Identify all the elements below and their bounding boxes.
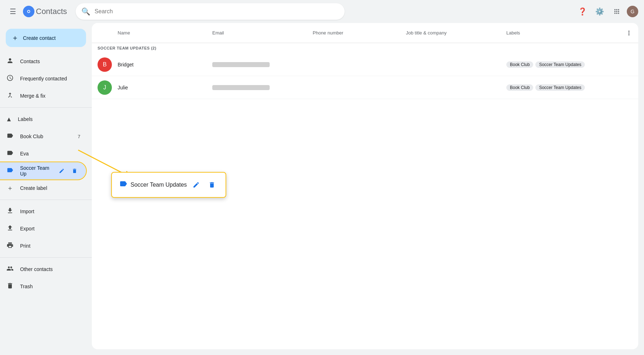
- divider-3: [0, 257, 92, 258]
- label-chip: Book Club: [506, 61, 533, 68]
- create-label-icon: ＋: [6, 184, 14, 192]
- app-name: Contacts: [36, 7, 67, 16]
- frequently-contacted-label: Frequently contacted: [20, 76, 80, 81]
- col-header-labels: Labels: [506, 30, 618, 36]
- topbar-left: ☰ Contacts: [6, 4, 67, 19]
- contact-name-bridget: Bridget: [118, 62, 212, 67]
- chevron-up-icon: ▲: [6, 116, 12, 123]
- import-icon: [6, 207, 14, 216]
- sidebar-item-other-contacts[interactable]: Other contacts: [0, 261, 86, 278]
- main-layout: ＋ Create contact Contacts Frequently con…: [0, 23, 644, 355]
- search-bar[interactable]: 🔍: [76, 3, 345, 20]
- create-label-text: Create label: [20, 185, 80, 191]
- sidebar-item-contacts[interactable]: Contacts: [0, 53, 86, 70]
- contact-email-julie: [212, 85, 313, 90]
- labels-header-label: Labels: [18, 116, 33, 122]
- sidebar-item-frequently-contacted[interactable]: Frequently contacted: [0, 70, 86, 87]
- blurred-email-bridget: [212, 62, 270, 67]
- trash-icon: [6, 282, 14, 291]
- contact-email-bridget: [212, 62, 313, 67]
- delete-label-icon[interactable]: [69, 165, 80, 177]
- plus-icon: ＋: [11, 33, 19, 43]
- contact-labels-bridget: Book Club Soccer Team Updates: [506, 61, 633, 68]
- label-popup: Soccer Team Updates: [111, 172, 226, 198]
- label-icon-eva: [6, 149, 14, 158]
- svg-point-0: [26, 9, 32, 15]
- create-contact-button[interactable]: ＋ Create contact: [6, 29, 86, 47]
- app-logo-icon: [23, 6, 34, 17]
- soccer-label: Soccer Team Up: [20, 165, 50, 177]
- col-header-more[interactable]: [618, 29, 633, 37]
- contact-name-julie: Julie: [118, 85, 212, 90]
- sidebar-item-eva[interactable]: Eva: [0, 145, 86, 162]
- other-contacts-icon: [6, 265, 14, 274]
- col-header-name: Name: [98, 30, 212, 36]
- avatar[interactable]: G: [627, 6, 638, 17]
- print-icon: [6, 242, 14, 251]
- sidebar-item-merge-fix[interactable]: Merge & fix: [0, 87, 86, 104]
- sidebar-item-import[interactable]: Import: [0, 203, 86, 220]
- avatar-julie: J: [98, 80, 112, 95]
- group-header: SOCCER TEAM UPDATES (2): [92, 43, 638, 53]
- col-header-job: Job title & company: [406, 30, 506, 36]
- help-icon[interactable]: ❓: [575, 4, 589, 19]
- sidebar-item-book-club[interactable]: Book Club 7: [0, 128, 86, 145]
- sidebar-item-create-label[interactable]: ＋ Create label: [0, 179, 86, 197]
- contact-labels-julie: Book Club Soccer Team Updates: [506, 84, 633, 91]
- other-contacts-label: Other contacts: [20, 266, 80, 272]
- col-header-email: Email: [212, 30, 313, 36]
- sidebar-item-trash[interactable]: Trash: [0, 278, 86, 295]
- apps-icon[interactable]: [610, 4, 624, 19]
- avatar-bridget: B: [98, 57, 112, 72]
- divider-1: [0, 107, 92, 108]
- frequently-contacted-icon: [6, 74, 14, 83]
- print-label: Print: [20, 243, 80, 249]
- eva-label: Eva: [20, 151, 80, 157]
- contacts-label: Contacts: [20, 59, 80, 64]
- merge-fix-label: Merge & fix: [20, 93, 80, 99]
- export-label: Export: [20, 226, 80, 232]
- label-chip: Soccer Team Updates: [535, 84, 585, 91]
- popup-label-text: Soccer Team Updates: [131, 182, 187, 188]
- col-header-phone: Phone number: [313, 30, 406, 36]
- trash-label: Trash: [20, 284, 80, 289]
- labels-header[interactable]: ▲ Labels: [0, 111, 92, 128]
- popup-edit-icon[interactable]: [190, 178, 203, 191]
- sidebar-item-export[interactable]: Export: [0, 220, 86, 237]
- search-input[interactable]: [95, 8, 339, 15]
- merge-fix-icon: [6, 92, 14, 101]
- popup-label-icon: [119, 179, 128, 190]
- divider-2: [0, 200, 92, 200]
- sidebar-item-soccer-team-updates[interactable]: Soccer Team Up: [0, 162, 86, 179]
- table-header: Name Email Phone number Job title & comp…: [92, 23, 638, 43]
- table-row[interactable]: B Bridget Book Club Soccer Team Updates: [92, 53, 638, 76]
- contacts-icon: [6, 57, 14, 66]
- sidebar-item-print[interactable]: Print: [0, 237, 86, 254]
- label-icon-book-club: [6, 132, 14, 141]
- app-logo[interactable]: Contacts: [23, 6, 67, 17]
- blurred-email-julie: [212, 85, 270, 90]
- topbar-right: ❓ ⚙️ G: [575, 4, 638, 19]
- popup-delete-icon[interactable]: [205, 178, 218, 191]
- soccer-action-icons: [56, 165, 80, 177]
- menu-icon[interactable]: ☰: [6, 4, 20, 19]
- table-row[interactable]: J Julie Book Club Soccer Team Updates: [92, 76, 638, 99]
- label-chip: Book Club: [506, 84, 533, 91]
- export-icon: [6, 224, 14, 233]
- topbar: ☰ Contacts 🔍 ❓ ⚙️ G: [0, 0, 644, 23]
- book-club-count: 7: [78, 134, 80, 139]
- import-label: Import: [20, 209, 80, 214]
- create-contact-label: Create contact: [23, 35, 56, 41]
- edit-label-icon[interactable]: [56, 165, 67, 177]
- sidebar: ＋ Create contact Contacts Frequently con…: [0, 23, 92, 355]
- label-icon-soccer: [6, 167, 14, 176]
- search-icon: 🔍: [81, 7, 90, 16]
- label-chip: Soccer Team Updates: [535, 61, 585, 68]
- book-club-label: Book Club: [20, 134, 72, 139]
- settings-icon[interactable]: ⚙️: [592, 4, 607, 19]
